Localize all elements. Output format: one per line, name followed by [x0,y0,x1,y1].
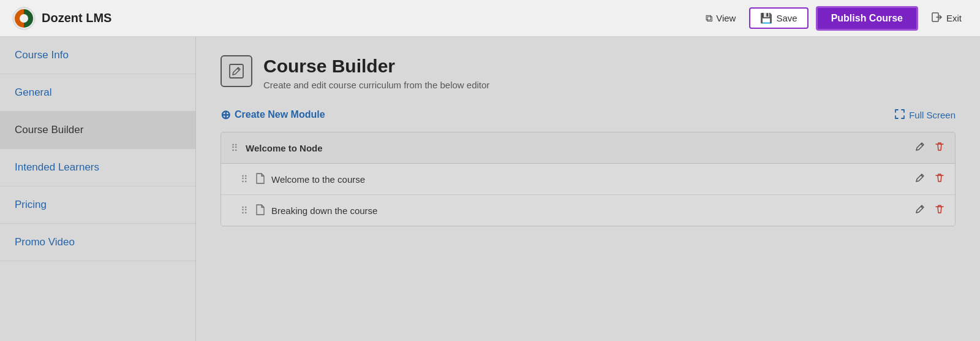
logo-text: Dozent LMS [42,11,111,25]
lesson-file-icon-1 [255,173,265,186]
save-icon: 💾 [760,12,772,24]
logo-icon [12,7,36,30]
save-button[interactable]: 💾 Save [749,7,808,29]
module-row-actions [914,141,945,155]
course-builder-icon [221,55,252,87]
module-container: ⠿ Welcome to Node [221,132,956,226]
fullscreen-button[interactable]: Full Screen [894,109,956,121]
create-module-button[interactable]: ⊕ Create New Module [221,107,325,122]
exit-button[interactable]: Exit [925,8,968,29]
section-subtitle: Create and edit course curriculum from t… [263,80,489,90]
exit-icon [932,12,943,25]
view-label: View [716,13,736,23]
lesson-delete-button-2[interactable] [934,204,945,217]
layout: Course Info General Course Builder Inten… [0,37,980,341]
section-header: Course Builder Create and edit course cu… [221,55,956,90]
lesson-delete-button-1[interactable] [934,172,945,186]
edit-pencil-icon [228,63,245,80]
lesson-drag-handle-2[interactable]: ⠿ [241,205,248,216]
module-title: Welcome to Node [246,143,914,153]
svg-rect-3 [230,64,243,78]
lesson-row-actions-2 [914,204,945,217]
save-label: Save [776,13,797,23]
module-delete-button[interactable] [934,141,945,155]
fullscreen-icon [894,109,905,121]
header-actions: ⧉ View 💾 Save Publish Course Exit [699,6,968,31]
section-title-block: Course Builder Create and edit course cu… [263,55,489,90]
logo-area: Dozent LMS [12,7,111,30]
view-button[interactable]: ⧉ View [699,9,742,28]
exit-label: Exit [946,13,962,23]
section-title: Course Builder [263,55,489,77]
sidebar-item-course-builder[interactable]: Course Builder [0,112,195,149]
lesson-row: ⠿ Welcome to the course [221,164,955,195]
lesson-edit-button-2[interactable] [914,204,925,217]
header: Dozent LMS ⧉ View 💾 Save Publish Course … [0,0,980,37]
sidebar-item-promo-video[interactable]: Promo Video [0,224,195,261]
lesson-row-actions-1 [914,172,945,186]
plus-circle-icon: ⊕ [221,107,231,122]
svg-point-1 [20,14,28,23]
lesson-title-2: Breaking down the course [271,205,914,216]
publish-button[interactable]: Publish Course [816,6,918,31]
main-content: Course Builder Create and edit course cu… [196,37,980,341]
sidebar-item-general[interactable]: General [0,74,195,112]
create-module-row: ⊕ Create New Module Full Screen [221,107,956,122]
lesson-row-2: ⠿ Breaking down the course [221,195,955,226]
sidebar: Course Info General Course Builder Inten… [0,37,196,341]
lesson-file-icon-2 [255,204,265,217]
module-edit-button[interactable] [914,141,925,155]
lesson-drag-handle-1[interactable]: ⠿ [241,174,248,185]
create-module-label: Create New Module [235,109,325,120]
lesson-title-1: Welcome to the course [271,174,914,185]
view-icon: ⧉ [706,13,712,24]
sidebar-item-course-info[interactable]: Course Info [0,37,195,74]
module-row: ⠿ Welcome to Node [221,132,955,164]
sidebar-item-intended-learners[interactable]: Intended Learners [0,149,195,186]
publish-label: Publish Course [831,13,903,23]
sidebar-item-pricing[interactable]: Pricing [0,186,195,224]
module-drag-handle[interactable]: ⠿ [231,142,238,154]
fullscreen-label: Full Screen [909,110,956,120]
lesson-edit-button-1[interactable] [914,172,925,186]
